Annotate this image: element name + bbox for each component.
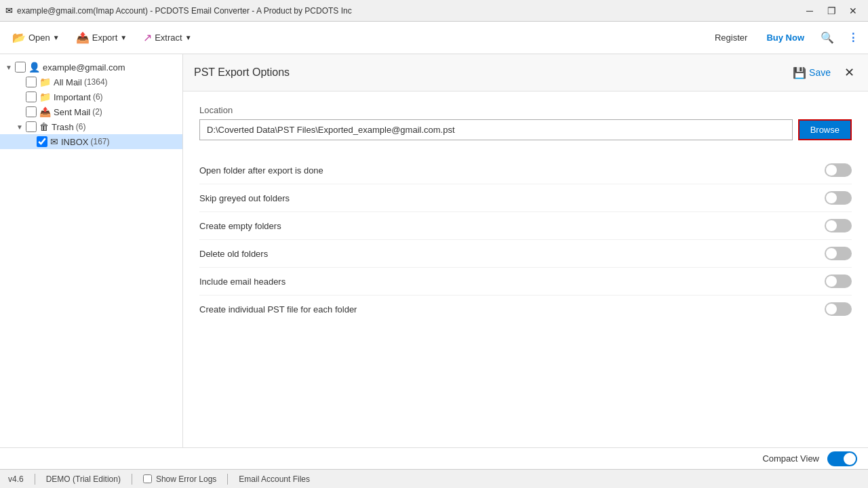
option-include-headers-label: Include email headers <box>199 277 285 287</box>
status-divider3 <box>227 474 228 485</box>
close-panel-icon: ✕ <box>844 66 854 79</box>
minimize-button[interactable]: ─ <box>800 3 819 19</box>
allmail-folder-icon: 📁 <box>39 77 51 87</box>
account-arrow-icon: ▼ <box>5 64 15 71</box>
important-folder-icon: 📁 <box>39 92 51 102</box>
important-checkbox[interactable] <box>26 92 37 102</box>
show-error-checkbox[interactable] <box>143 474 152 483</box>
trash-folder-icon: 🗑 <box>39 121 49 132</box>
export-label: Export <box>92 33 118 43</box>
sidebar-item-important[interactable]: 📁 Important (6) <box>0 89 182 104</box>
panel-header: PST Export Options 💾 Save ✕ <box>183 54 868 92</box>
show-error-label: Show Error Logs <box>156 474 216 484</box>
inbox-count: (167) <box>90 137 109 146</box>
toolbar-right: Register Buy Now 🔍 ⋮ <box>708 27 863 48</box>
close-panel-button[interactable]: ✕ <box>842 62 857 83</box>
bottom-bar: Compact View <box>0 447 868 469</box>
save-label: Save <box>809 67 831 78</box>
toggle-knob <box>826 192 837 203</box>
restore-button[interactable]: ❐ <box>822 3 841 19</box>
save-button[interactable]: 💾 Save <box>787 64 836 82</box>
sidebar-item-inbox[interactable]: ✉ INBOX (167) <box>0 134 182 149</box>
toggle-knob <box>826 165 837 176</box>
status-bar: v4.6 DEMO (Trial Edition) Show Error Log… <box>0 469 868 488</box>
option-open-folder-toggle[interactable] <box>825 163 852 177</box>
export-chevron-icon: ▼ <box>120 34 127 41</box>
trash-count: (6) <box>76 122 86 131</box>
option-individual-pst-label: Create individual PST file for each fold… <box>199 304 357 314</box>
option-create-empty: Create empty folders <box>199 212 852 240</box>
extract-button[interactable]: ↗ Extract ▼ <box>136 27 198 48</box>
titlebar: ✉ example@gmail.com(Imap Account) - PCDO… <box>0 0 868 22</box>
export-button[interactable]: 📤 Export ▼ <box>69 27 134 48</box>
panel-title: PST Export Options <box>194 66 290 79</box>
option-skip-greyed-label: Skip greyed out folders <box>199 193 290 203</box>
menu-icon: ⋮ <box>848 32 859 43</box>
option-include-headers-toggle[interactable] <box>825 274 852 288</box>
trash-label: Trash <box>52 122 74 132</box>
important-label: Important <box>54 92 91 102</box>
location-section: Location Browse <box>199 105 852 140</box>
export-icon: 📤 <box>76 31 90 44</box>
toggle-knob <box>826 220 837 231</box>
titlebar-icon: ✉ <box>5 5 13 16</box>
toolbar-left: 📂 Open ▼ 📤 Export ▼ ↗ Extract ▼ <box>5 27 199 48</box>
sentmail-label: Sent Mail <box>54 107 90 117</box>
option-delete-old-label: Delete old folders <box>199 249 268 259</box>
open-label: Open <box>28 33 50 43</box>
extract-icon: ↗ <box>143 31 152 44</box>
extract-label: Extract <box>155 33 182 43</box>
sentmail-checkbox[interactable] <box>26 106 37 117</box>
export-options: Location Browse Open folder after export… <box>183 92 868 336</box>
inbox-checkbox[interactable] <box>37 136 47 147</box>
option-skip-greyed-toggle[interactable] <box>825 191 852 205</box>
compact-view-label: Compact View <box>762 453 819 464</box>
compact-view-toggle[interactable] <box>827 451 857 466</box>
toggle-knob <box>826 276 837 287</box>
close-button[interactable]: ✕ <box>844 3 863 19</box>
compact-view-knob <box>844 453 856 465</box>
sidebar-item-allmail[interactable]: 📁 All Mail (1364) <box>0 75 182 89</box>
extract-chevron-icon: ▼ <box>185 34 192 41</box>
account-checkbox[interactable] <box>15 62 26 73</box>
option-delete-old-toggle[interactable] <box>825 247 852 260</box>
sidebar-item-sentmail[interactable]: 📤 Sent Mail (2) <box>0 104 182 119</box>
window-controls: ─ ❐ ✕ <box>800 3 863 19</box>
sentmail-folder-icon: 📤 <box>39 106 51 117</box>
account-label: example@gmail.com <box>43 62 125 73</box>
menu-button[interactable]: ⋮ <box>844 27 863 48</box>
inbox-label: INBOX <box>61 137 88 147</box>
open-button[interactable]: 📂 Open ▼ <box>5 27 66 48</box>
buy-button[interactable]: Buy Now <box>760 28 811 47</box>
option-create-empty-label: Create empty folders <box>199 221 281 231</box>
option-delete-old: Delete old folders <box>199 240 852 268</box>
trash-arrow-icon: ▼ <box>16 123 26 131</box>
status-divider <box>35 474 35 485</box>
sidebar-item-trash[interactable]: ▼ 🗑 Trash (6) <box>0 119 182 134</box>
allmail-count: (1364) <box>84 77 108 87</box>
search-button[interactable]: 🔍 <box>816 27 838 48</box>
edition-label: DEMO (Trial Edition) <box>46 474 121 484</box>
allmail-checkbox[interactable] <box>26 77 37 87</box>
trash-checkbox[interactable] <box>26 121 37 132</box>
sidebar: ▼ 👤 example@gmail.com 📁 All Mail (1364) … <box>0 54 183 447</box>
sidebar-account[interactable]: ▼ 👤 example@gmail.com <box>0 60 182 75</box>
option-individual-pst-toggle[interactable] <box>825 302 852 316</box>
important-count: (6) <box>93 92 103 102</box>
file-type-label: Email Account Files <box>239 474 310 484</box>
toggle-knob <box>826 304 837 314</box>
content-panel: PST Export Options 💾 Save ✕ Location Bro… <box>183 54 868 447</box>
inbox-envelope-icon: ✉ <box>50 136 58 147</box>
buy-label: Buy Now <box>766 33 804 43</box>
option-create-empty-toggle[interactable] <box>825 219 852 232</box>
option-open-folder: Open folder after export is done <box>199 157 852 184</box>
allmail-label: All Mail <box>54 77 82 87</box>
toolbar: 📂 Open ▼ 📤 Export ▼ ↗ Extract ▼ Register… <box>0 22 868 54</box>
file-type-section: Show Error Logs <box>143 474 216 484</box>
main-layout: ▼ 👤 example@gmail.com 📁 All Mail (1364) … <box>0 54 868 447</box>
location-input[interactable] <box>199 119 793 140</box>
browse-button[interactable]: Browse <box>798 119 852 140</box>
open-icon: 📂 <box>12 31 26 44</box>
panel-header-actions: 💾 Save ✕ <box>787 62 857 83</box>
register-button[interactable]: Register <box>708 28 754 47</box>
